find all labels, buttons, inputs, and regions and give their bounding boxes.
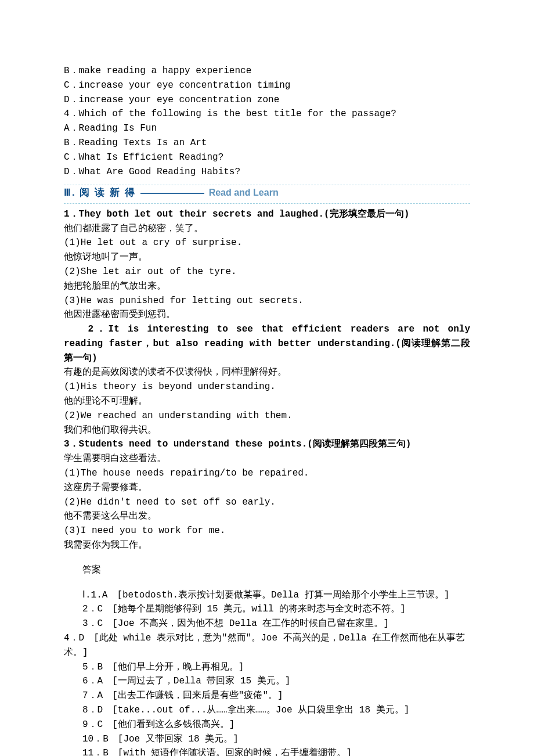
rl-line: 1．They both let out their secrets and la…	[64, 207, 470, 222]
section-divider-line	[140, 193, 204, 194]
answer-line: 6．A [一周过去了，Della 带回家 15 美元。]	[82, 674, 470, 689]
section-title: Ⅲ. 阅 读 新 得	[64, 185, 136, 200]
rl-line: 我需要你为我工作。	[64, 538, 470, 553]
answer-line: 5．B [他们早上分开，晚上再相见。]	[82, 660, 470, 675]
answer-line: 2．C [她每个星期能够得到 15 美元。will 的将来时态与全文时态不符。]	[82, 602, 470, 617]
rl-line: 2．It is interesting to see that efficien…	[64, 322, 470, 365]
answer-line: 3．C [Joe 不高兴，因为他不想 Della 在工作的时候自己留在家里。]	[82, 617, 470, 631]
rl-line: 他的理论不可理解。	[64, 394, 470, 409]
rl-line: 我们和他们取得共识。	[64, 423, 470, 438]
option-line: D．increase your eye concentration zone	[64, 93, 470, 107]
answer-line: 8．D [take...out of...从……拿出来……。Joe 从口袋里拿出…	[82, 703, 470, 718]
answer-line: Ⅰ.1.A [betodosth.表示按计划要做某事。Della 打算一周给那个…	[82, 588, 470, 603]
answer-line: 9．C [他们看到这么多钱很高兴。]	[82, 718, 470, 732]
rl-line: 她把轮胎里的气放出来。	[64, 279, 470, 294]
rl-line: 学生需要明白这些看法。	[64, 452, 470, 466]
rl-line: (1)He let out a cry of surprise.	[64, 236, 470, 250]
spacer	[64, 578, 470, 588]
rl-line: 3．Students need to understand these poin…	[64, 437, 470, 452]
rl-line: (3)I need you to work for me.	[64, 524, 470, 538]
option-line: B．make reading a happy experience	[64, 64, 470, 78]
rl-line: 他惊讶地叫了一声。	[64, 250, 470, 265]
option-line: B．Reading Texts Is an Art	[64, 136, 470, 150]
rl-line: 这座房子需要修葺。	[64, 481, 470, 495]
rl-line: (2)He didn't need to set off so early.	[64, 495, 470, 510]
answer-line: 10．B [Joe 又带回家 18 美元。]	[82, 732, 470, 747]
rl-line: (1)His theory is beyond understanding.	[64, 380, 470, 394]
option-line: C．What Is Efficient Reading?	[64, 150, 470, 165]
answers-title: 答案	[82, 563, 470, 578]
mc-options-block: B．make reading a happy experience C．incr…	[64, 64, 470, 179]
rl-line: 有趣的是高效阅读的读者不仅读得快，同样理解得好。	[64, 365, 470, 380]
section-subtitle: Read and Learn	[209, 186, 279, 200]
answer-line: 11．B [with 短语作伴随状语。回家的时候，右手缠着绷带。]	[82, 746, 470, 756]
rl-line: (1)The house needs repairing/to be repai…	[64, 466, 470, 481]
answers-block: 答案 Ⅰ.1.A [betodosth.表示按计划要做某事。Della 打算一周…	[64, 563, 470, 756]
read-learn-block: 1．They both let out their secrets and la…	[64, 207, 470, 553]
rl-line: (2)She let air out of the tyre.	[64, 265, 470, 279]
option-line: C．increase your eye concentration timing	[64, 78, 470, 93]
rl-line: 他们都泄露了自己的秘密，笑了。	[64, 222, 470, 236]
rl-line: (3)He was punished for letting out secre…	[64, 294, 470, 308]
question-line: 4．Which of the following is the best tit…	[64, 107, 470, 121]
section-header: Ⅲ. 阅 读 新 得 Read and Learn	[64, 185, 470, 203]
rl-line: (2)We reached an understanding with them…	[64, 409, 470, 423]
option-line: A．Reading Is Fun	[64, 121, 470, 136]
option-line: D．What Are Good Reading Habits?	[64, 165, 470, 179]
answer-line: 4．D [此处 while 表示对比，意为"然而"。Joe 不高兴的是，Dell…	[64, 631, 470, 660]
rl-line: 他不需要这么早出发。	[64, 509, 470, 524]
page-container: B．make reading a happy experience C．incr…	[0, 0, 534, 756]
answer-line: 7．A [出去工作赚钱，回来后是有些"疲倦"。]	[82, 689, 470, 703]
rl-line: 他因泄露秘密而受到惩罚。	[64, 308, 470, 322]
